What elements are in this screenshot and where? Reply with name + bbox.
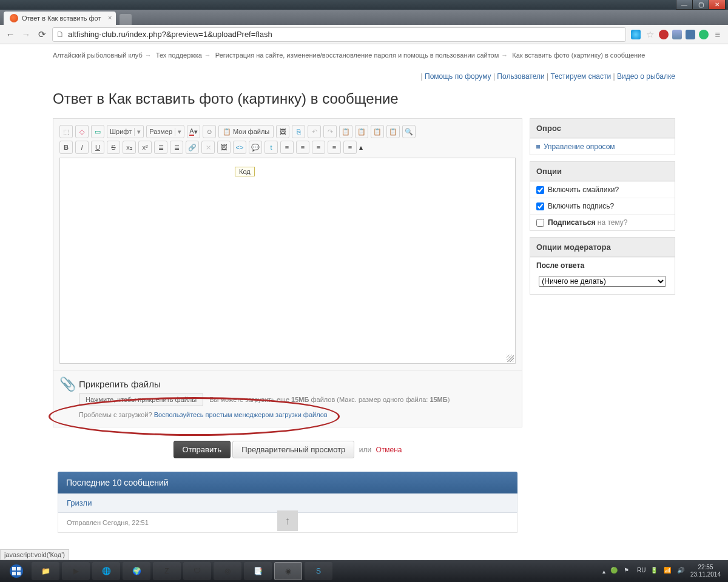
scroll-top-button[interactable]: ↑ [277, 510, 298, 531]
close-button[interactable]: ✕ [709, 0, 726, 10]
minimize-button[interactable]: — [676, 0, 693, 10]
paste-word-icon[interactable]: 📋 [386, 125, 400, 138]
subscript-icon[interactable]: x₂ [123, 141, 136, 154]
ext-icon[interactable] [699, 30, 709, 39]
strike-icon[interactable]: S [107, 141, 120, 154]
toplink[interactable]: Помощь по форуму [425, 72, 491, 81]
align-justify-icon[interactable]: ≡ [328, 141, 341, 154]
task-app-icon[interactable]: Z [153, 562, 181, 580]
redo-icon[interactable]: ↷ [323, 125, 337, 138]
tab-close-icon[interactable]: × [108, 14, 112, 21]
align-right-icon[interactable]: ≡ [312, 141, 325, 154]
start-button[interactable] [4, 561, 29, 581]
tray-up-icon[interactable]: ▴ [602, 568, 605, 575]
attach-button[interactable]: Нажмите, чтобы прикрепить файлы [79, 393, 203, 406]
opt-signature-label: Включить подпись? [548, 202, 614, 210]
back-button[interactable]: ← [5, 29, 16, 40]
crumb-link[interactable]: Как вставить фото (картинку) в сообщение [512, 52, 645, 59]
toplink[interactable]: Видео о рыбалке [617, 72, 675, 81]
forward-button[interactable]: → [21, 29, 32, 40]
task-explorer-icon[interactable]: 📁 [32, 562, 59, 580]
link-icon[interactable]: 🔗 [186, 141, 199, 154]
tray-icon[interactable]: 🔋 [650, 567, 659, 575]
clear-format-icon[interactable]: ◇ [75, 125, 89, 138]
submit-button[interactable]: Отправить [174, 441, 231, 458]
task-app-icon[interactable]: ◎ [214, 562, 241, 580]
toggle-mode-icon[interactable]: ⬚ [59, 125, 73, 138]
menu-icon[interactable]: ≡ [712, 29, 723, 40]
image2-icon[interactable]: 🖼 [217, 141, 231, 154]
paste-icon[interactable]: 📋 [355, 125, 368, 138]
image-icon[interactable]: 🖼 [276, 125, 289, 138]
emoticon-icon[interactable]: ☺ [203, 125, 216, 138]
toplink[interactable]: Тестируем снасти [550, 72, 611, 81]
opt-smileys-checkbox[interactable] [536, 186, 544, 194]
copy-icon[interactable]: 📋 [339, 125, 352, 138]
underline-icon[interactable]: U [91, 141, 104, 154]
task-skype-icon[interactable]: S [305, 562, 332, 580]
align-left-icon[interactable]: ≡ [280, 141, 294, 154]
tray-lang-icon[interactable]: RU [637, 567, 645, 575]
myfiles-button[interactable]: 📋 Мои файлы [218, 125, 274, 138]
resize-handle-icon[interactable] [507, 355, 514, 362]
twitter-icon[interactable]: t [265, 141, 278, 154]
indent-icon[interactable]: ≡ [343, 141, 357, 154]
insert-icon[interactable]: ⎘ [292, 125, 305, 138]
crumb-link[interactable]: Регистрация на сайте, изменение/восстано… [215, 52, 499, 59]
ext-icon[interactable] [686, 30, 695, 39]
text-color-icon[interactable]: A▾ [187, 125, 200, 138]
unlink-icon[interactable]: ⤫ [201, 141, 215, 154]
task-app-icon[interactable]: 📑 [244, 562, 272, 580]
tray-clock[interactable]: 22:55 23.11.2014 [690, 564, 721, 578]
url-input[interactable]: 🗋 altfishing-club.ru/index.php?&preview=… [52, 27, 626, 42]
task-chrome-icon[interactable]: ◉ [274, 562, 302, 580]
preview-button[interactable]: Предварительный просмотр [232, 441, 354, 458]
ul-list-icon[interactable]: ≣ [154, 141, 167, 154]
crumb-link[interactable]: Тех поддержка [156, 52, 202, 59]
task-app-icon[interactable]: 🌍 [123, 562, 150, 580]
ext-icon[interactable] [659, 30, 669, 39]
ol-list-icon[interactable]: ≣ [170, 141, 183, 154]
format-paint-icon[interactable]: ▭ [91, 125, 104, 138]
task-media-icon[interactable]: ▶ [62, 562, 90, 580]
task-app-icon[interactable]: 🛡 [183, 562, 211, 580]
reload-button[interactable]: ⟳ [36, 29, 47, 40]
undo-icon[interactable]: ↶ [308, 125, 321, 138]
browser-tab[interactable]: Ответ в Как вставить фот × [4, 12, 116, 25]
bookmark-star-icon[interactable]: ☆ [644, 29, 655, 40]
tray-volume-icon[interactable]: 🔊 [677, 567, 686, 575]
cancel-link[interactable]: Отмена [376, 446, 402, 454]
tray-icon[interactable]: 🟢 [610, 567, 619, 575]
attach-title: Прикрепить файлы [79, 379, 513, 389]
quote-icon[interactable]: 💬 [249, 141, 262, 154]
tray-icon[interactable]: ⚑ [624, 567, 632, 575]
tray-network-icon[interactable]: 📶 [664, 567, 672, 575]
poll-manage-link[interactable]: Управление опросом [544, 142, 615, 151]
after-reply-select[interactable]: (Ничего не делать) [539, 276, 666, 287]
new-tab-button[interactable] [120, 14, 132, 25]
ext-icon[interactable] [631, 30, 641, 39]
maximize-button[interactable]: ▢ [692, 0, 709, 10]
superscript-icon[interactable]: x² [138, 141, 152, 154]
font-select[interactable]: Шрифт▾ [107, 125, 144, 138]
code-icon[interactable]: <> [233, 141, 246, 154]
simple-uploader-link[interactable]: Воспользуйтесь простым менеджером загруз… [154, 411, 328, 418]
opt-signature-checkbox[interactable] [536, 202, 544, 210]
opt-subscribe-checkbox[interactable] [536, 219, 544, 227]
paste-plain-icon[interactable]: 📋 [371, 125, 384, 138]
attach-info: Вы можете загрузить еще 15МБ файлов (Мак… [209, 396, 450, 403]
system-tray: ▴ 🟢 ⚑ RU 🔋 📶 🔊 22:55 23.11.2014 [602, 564, 724, 578]
text-editor[interactable]: Код [59, 158, 516, 364]
toolbar-collapse-icon[interactable]: ▴ [359, 143, 363, 152]
size-select[interactable]: Размер▾ [146, 125, 184, 138]
editor-panel: ⬚ ◇ ▭ Шрифт▾ Размер▾ A▾ ☺ 📋 Мои файлы 🖼 … [53, 118, 522, 370]
task-app-icon[interactable]: 🌐 [92, 562, 120, 580]
search-icon[interactable]: 🔍 [402, 125, 416, 138]
bold-icon[interactable]: B [59, 141, 73, 154]
crumb-link[interactable]: Алтайский рыболовный клуб [53, 52, 143, 59]
ext-icon[interactable] [672, 30, 682, 39]
align-center-icon[interactable]: ≡ [296, 141, 309, 154]
italic-icon[interactable]: I [75, 141, 89, 154]
toplink[interactable]: Пользователи [497, 72, 544, 81]
top-links: | Помощь по форуму | Пользователи | Тест… [48, 60, 680, 87]
